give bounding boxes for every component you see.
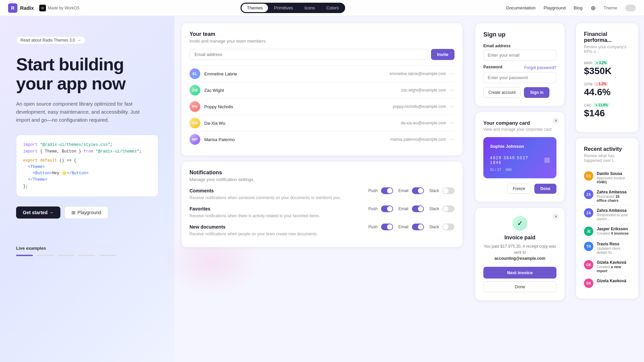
- financial-desc: Review your company's KPIs o...: [584, 45, 630, 54]
- member-name: Emmeline Labrie: [204, 71, 389, 76]
- favorites-push-toggle[interactable]: [381, 205, 393, 212]
- invite-email-input[interactable]: [190, 49, 428, 60]
- hero-badge[interactable]: Read about Radix Themes 3.0 →: [16, 36, 86, 44]
- signup-email-input[interactable]: [483, 50, 556, 61]
- comments-email-toggle[interactable]: [412, 187, 424, 194]
- freeze-card-button[interactable]: Freeze: [507, 184, 531, 194]
- member-email: da-xia.wu@example.com: [401, 121, 446, 125]
- notifications-comments-section: Comments Push Email Slack: [190, 187, 454, 200]
- gpm-badge: ↓ 1.2%: [594, 82, 608, 86]
- newdocs-slack-toggle[interactable]: [442, 224, 454, 230]
- right-panel: Sign up Email address Password Forgot pa…: [470, 16, 570, 362]
- favorites-slack-toggle[interactable]: [442, 205, 454, 212]
- nav-documentation[interactable]: Documentation: [506, 5, 535, 10]
- favorites-email-toggle-item: Email: [398, 205, 424, 212]
- hero-badge-text: Read about Radix Themes 3.0: [20, 38, 75, 43]
- activity-name: Danilo Sousa: [597, 171, 630, 176]
- credit-card: Sophie Johnson 4929 3849 5027 1846 01 / …: [483, 137, 556, 178]
- sign-in-button[interactable]: Sign in: [524, 87, 549, 98]
- example-tab-1[interactable]: [16, 255, 33, 256]
- company-done-button[interactable]: Done: [534, 184, 556, 194]
- member-name: Zac Wight: [204, 88, 401, 93]
- favorites-push-toggle-item: Push: [368, 205, 393, 212]
- playground-button[interactable]: ⊞ Playground: [64, 206, 108, 219]
- activity-action: Created 4 invoices: [597, 231, 629, 235]
- comments-email-label: Email: [398, 188, 409, 193]
- invoice-title: Invoice paid: [483, 235, 556, 241]
- copy-card-number-button[interactable]: [544, 158, 550, 163]
- workos-badge[interactable]: W Made by WorkOS: [39, 5, 79, 11]
- tab-colors[interactable]: Colors: [321, 4, 344, 12]
- example-tab-3[interactable]: [58, 255, 74, 256]
- notifications-title: Notifications: [190, 170, 454, 176]
- company-card-close[interactable]: ✕: [552, 117, 559, 124]
- main-layout: Read about Radix Themes 3.0 → Start buil…: [0, 16, 644, 362]
- get-started-button[interactable]: Get started →: [16, 206, 60, 219]
- gpm-value: 44.6%: [584, 87, 630, 98]
- member-actions[interactable]: ···: [450, 71, 454, 77]
- comments-slack-toggle[interactable]: [442, 187, 454, 194]
- forgot-password-link[interactable]: Forgot password?: [524, 65, 556, 70]
- invite-button[interactable]: Invite: [431, 49, 454, 60]
- activity-name: Zahra Ambessa: [597, 190, 630, 194]
- activity-action: Updated client details fo...: [597, 246, 630, 254]
- tab-themes[interactable]: Themes: [241, 4, 268, 12]
- favorites-email-label: Email: [398, 206, 409, 211]
- notifications-card: Notifications Manage your notification s…: [181, 161, 463, 247]
- activity-item: ZA Zahra Ambessa Responded to your comm.…: [584, 205, 630, 224]
- financial-card: Financial performa... Review your compan…: [576, 23, 639, 132]
- theme-toggle-label: Theme: [604, 5, 617, 10]
- team-member: ZW Zac Wight zac.wight@example.com ···: [190, 82, 454, 98]
- activity-item: ZA Zahra Ambessa Purchased 15 office cha…: [584, 187, 630, 205]
- member-email: marisa.palermo@example.com: [390, 137, 446, 142]
- avatar: ZA: [584, 190, 593, 199]
- avatar: TR: [584, 242, 593, 251]
- member-email: zac.wight@example.com: [401, 88, 446, 93]
- github-icon[interactable]: ⊕: [591, 4, 596, 12]
- activity-name: Zahra Ambessa: [597, 208, 630, 213]
- example-tab-5[interactable]: [99, 255, 116, 256]
- signup-password-input[interactable]: [483, 72, 556, 83]
- comments-push-toggle[interactable]: [381, 187, 393, 194]
- comments-email-toggle-item: Email: [398, 187, 424, 194]
- favorites-email-toggle[interactable]: [412, 205, 424, 212]
- avatar: ZA: [584, 208, 593, 218]
- avatar: PN: [190, 101, 200, 112]
- cac-metric: CAC + 11.0% $146: [584, 103, 630, 119]
- live-examples-label: Live examples: [16, 246, 158, 251]
- member-actions[interactable]: ···: [450, 120, 454, 126]
- member-actions[interactable]: ···: [450, 104, 454, 110]
- hero-buttons: Get started → ⊞ Playground: [16, 206, 158, 219]
- member-actions[interactable]: ···: [450, 87, 454, 93]
- nav-playground[interactable]: Playground: [544, 5, 566, 10]
- theme-toggle[interactable]: [625, 5, 636, 11]
- nav-blog[interactable]: Blog: [574, 5, 582, 10]
- newdocs-header: New documents Push Email Slack: [190, 224, 454, 230]
- invoice-email: accounting@example.com: [494, 256, 545, 261]
- newdocs-push-toggle[interactable]: [381, 224, 393, 230]
- avatar: DW: [190, 118, 200, 128]
- invoice-description: You paid $17,975.30. A receipt copy was …: [483, 243, 556, 261]
- tab-primitives[interactable]: Primitives: [269, 4, 298, 12]
- invoice-paid-card: ✕ ✓ Invoice paid You paid $17,975.30. A …: [475, 207, 565, 301]
- member-actions[interactable]: ···: [450, 136, 454, 142]
- notifications-desc: Manage your notification settings.: [190, 177, 454, 182]
- newdocs-slack-label: Slack: [429, 225, 439, 229]
- activity-name: Jasper Eriksson: [597, 227, 629, 231]
- invoice-done-button[interactable]: Done: [483, 281, 556, 292]
- newdocs-email-toggle[interactable]: [412, 224, 424, 230]
- signup-buttons: Create account Sign in: [483, 87, 556, 98]
- newdocs-desc: Receive notifications when people on you…: [190, 232, 454, 236]
- create-account-button[interactable]: Create account: [483, 87, 521, 98]
- example-tab-4[interactable]: [78, 255, 95, 256]
- company-card-buttons: Freeze Done: [483, 184, 556, 194]
- far-right-panel: Financial performa... Review your compan…: [570, 16, 644, 362]
- next-invoice-button[interactable]: Next invoice: [483, 267, 556, 279]
- invoice-close-button[interactable]: ✕: [552, 213, 559, 220]
- example-tab-2[interactable]: [37, 255, 54, 256]
- radix-logo-icon: R: [8, 3, 17, 13]
- logo[interactable]: R Radix: [8, 3, 34, 13]
- tab-icons[interactable]: Icons: [299, 4, 320, 12]
- card-holder-name: Sophie Johnson: [490, 144, 550, 149]
- comments-push-toggle-item: Push: [368, 187, 393, 194]
